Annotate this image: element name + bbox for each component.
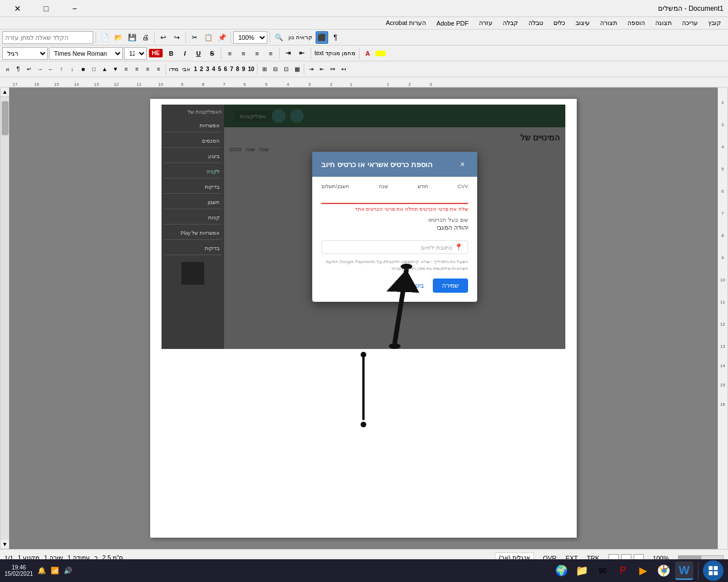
- highlight-color-btn[interactable]: [375, 51, 386, 56]
- font-select[interactable]: Times New Roman: [49, 47, 123, 60]
- sidebar-item-2[interactable]: הסכמים: [164, 135, 222, 148]
- menu-item-edit[interactable]: עריכה: [677, 18, 702, 28]
- menu-item-help[interactable]: עזרה: [474, 18, 497, 28]
- taskbar-chrome-icon[interactable]: [655, 562, 673, 580]
- extra-btn-3[interactable]: ↵: [24, 64, 34, 75]
- menu-item-format[interactable]: תצורה: [595, 18, 622, 28]
- toolbar-btn-pilcrow[interactable]: ¶: [329, 31, 342, 44]
- taskbar-notification-icon[interactable]: 🔔: [38, 567, 46, 575]
- extra-btn-table2[interactable]: ⊟: [270, 64, 280, 75]
- sidebar-item-subscribe[interactable]: לקניה: [164, 165, 222, 178]
- align-center-btn[interactable]: ≡: [237, 47, 250, 60]
- toolbar-btn-redo[interactable]: ↪: [171, 31, 183, 44]
- extra-btn-8[interactable]: ■: [78, 64, 88, 75]
- extra-btn-num-1[interactable]: אבי: [180, 64, 192, 75]
- menu-item-file[interactable]: קובץ: [704, 18, 726, 28]
- extra-btn-table4[interactable]: ▦: [292, 64, 302, 75]
- align-left-btn[interactable]: ≡: [251, 47, 263, 60]
- italic-btn[interactable]: I: [179, 47, 191, 60]
- extra-btn-table3[interactable]: ⊡: [281, 64, 291, 75]
- toolbar-btn-zoom-in[interactable]: 🔍: [272, 31, 285, 44]
- sidebar-item-8[interactable]: בדיקות: [164, 242, 222, 255]
- zoom-select[interactable]: 100%: [233, 31, 267, 44]
- extra-btn-indent1[interactable]: ⇥: [306, 64, 316, 75]
- scroll-thumb[interactable]: [2, 101, 9, 135]
- modal-submit-btn[interactable]: שמירה: [433, 278, 468, 293]
- menu-item-receive[interactable]: קבלה: [498, 18, 523, 28]
- taskbar-start-btn[interactable]: [703, 560, 723, 581]
- arrow-svg: [346, 352, 380, 431]
- toolbar-btn-save[interactable]: 💾: [126, 31, 138, 44]
- justify-btn[interactable]: ≡: [264, 47, 277, 60]
- sidebar-item-3[interactable]: ביצוע: [164, 150, 222, 163]
- bold-btn[interactable]: B: [165, 47, 177, 60]
- extra-btn-1[interactable]: א: [2, 64, 13, 75]
- strikethrough-btn[interactable]: S: [206, 47, 218, 60]
- sidebar-item-6[interactable]: קניות: [164, 211, 222, 225]
- extra-btn-5[interactable]: ←: [46, 64, 56, 75]
- help-search-input[interactable]: [2, 31, 93, 44]
- outdent-btn[interactable]: ⇤: [296, 47, 308, 60]
- extra-btn-4[interactable]: →: [35, 64, 45, 75]
- maximize-button[interactable]: □: [33, 0, 59, 17]
- highlight-btn[interactable]: HE: [149, 49, 163, 57]
- modal-close-btn[interactable]: ×: [457, 159, 468, 170]
- sidebar-item-5[interactable]: חשבון: [164, 196, 222, 209]
- doc-area[interactable]: אפליקציות המינויים של שנהשנה2023: [9, 88, 718, 549]
- taskbar-word-icon[interactable]: W: [675, 562, 693, 580]
- extra-btn-11[interactable]: ▼: [110, 64, 121, 75]
- menu-item-table[interactable]: טבלה: [524, 18, 548, 28]
- extra-btn-9[interactable]: □: [89, 64, 99, 75]
- font-color-btn[interactable]: A: [362, 47, 374, 60]
- sidebar-item-7[interactable]: אפשרויות של Play: [164, 227, 222, 240]
- underline-btn[interactable]: U: [192, 47, 205, 60]
- extra-btn-14[interactable]: ≡: [143, 64, 153, 75]
- extra-btn-indent3[interactable]: ↦: [328, 64, 338, 75]
- toolbar-btn-open[interactable]: 📂: [112, 31, 125, 44]
- menu-item-acrobat[interactable]: הערות Acrobat: [381, 18, 431, 28]
- extra-btn-13[interactable]: ≡: [132, 64, 142, 75]
- extra-btn-12[interactable]: ≡: [121, 64, 131, 75]
- toolbar-btn-print[interactable]: 🖨: [139, 31, 152, 44]
- sidebar-item-4[interactable]: בדיקות: [164, 181, 222, 194]
- menu-item-insert[interactable]: הוספה: [623, 18, 650, 28]
- taskbar-pdf-icon[interactable]: P: [614, 562, 632, 580]
- taskbar-volume-icon[interactable]: 🔊: [64, 567, 72, 575]
- scroll-up-btn[interactable]: ▲: [1, 88, 10, 97]
- indent-btn[interactable]: ⇥: [282, 47, 295, 60]
- extra-btn-indent4[interactable]: ↤: [338, 64, 349, 75]
- extra-btn-7[interactable]: ↓: [67, 64, 77, 75]
- style-select[interactable]: רגיל: [2, 47, 48, 60]
- taskbar-media-icon[interactable]: ▶: [634, 562, 652, 580]
- align-right-btn[interactable]: ≡: [224, 47, 236, 60]
- extra-btn-2[interactable]: ¶: [13, 64, 23, 75]
- scroll-down-btn[interactable]: ▼: [1, 540, 10, 549]
- extra-btn-indent2[interactable]: ⇤: [317, 64, 327, 75]
- extra-btn-15[interactable]: ≡: [154, 64, 164, 75]
- close-button[interactable]: ✕: [5, 0, 31, 17]
- modal-cancel-btn[interactable]: ביטול: [406, 278, 428, 293]
- toolbar-btn-undo[interactable]: ↩: [157, 31, 169, 44]
- minimize-button[interactable]: −: [61, 0, 88, 17]
- extra-btn-10[interactable]: ▲: [100, 64, 110, 75]
- sidebar-item-1[interactable]: אפשרויות: [164, 119, 222, 132]
- toolbar-main: 📄 📂 💾 🖨 ↩ ↪ ✂ 📋 📌 100% 🔍 קראיה נון ⬛ ¶: [0, 30, 728, 45]
- menu-item-design[interactable]: עיצוב: [571, 18, 594, 28]
- toolbar-btn-new[interactable]: 📄: [98, 31, 111, 44]
- taskbar-mail-icon[interactable]: ✉: [593, 562, 611, 580]
- toolbar-btn-paste[interactable]: 📌: [216, 31, 228, 44]
- taskbar-browser-icon[interactable]: 🌍: [552, 562, 570, 580]
- extra-btn-6[interactable]: ↑: [56, 64, 67, 75]
- taskbar-network-icon[interactable]: 📶: [51, 567, 59, 575]
- menu-item-adobepdf[interactable]: Adobe PDF: [432, 19, 473, 28]
- toolbar-btn-copy[interactable]: 📋: [202, 31, 214, 44]
- taskbar-files-icon[interactable]: 📁: [573, 562, 591, 580]
- toolbar-btn-cut[interactable]: ✂: [188, 31, 201, 44]
- font-size-select[interactable]: 12: [124, 47, 147, 60]
- toolbar-btn-cursor[interactable]: ⬛: [316, 31, 328, 44]
- menu-item-view[interactable]: תצוגה: [651, 18, 676, 28]
- menu-item-tools[interactable]: כלים: [549, 18, 570, 28]
- extra-btn-table1[interactable]: ⊞: [259, 64, 270, 75]
- rtl-label: text מחמן מנוקד: [313, 50, 357, 56]
- card-number-input[interactable]: [321, 192, 468, 204]
